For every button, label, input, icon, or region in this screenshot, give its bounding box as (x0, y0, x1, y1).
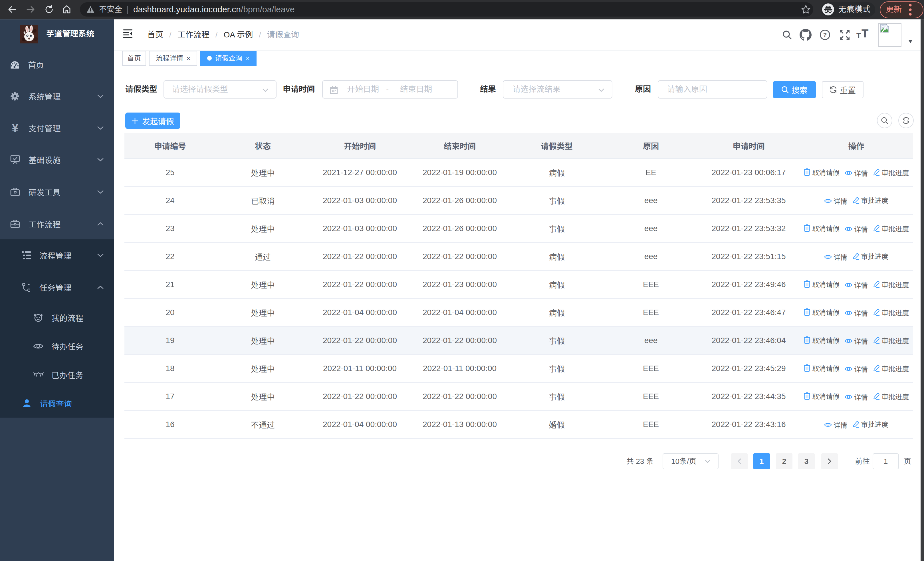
svg-text:?: ? (823, 32, 827, 38)
